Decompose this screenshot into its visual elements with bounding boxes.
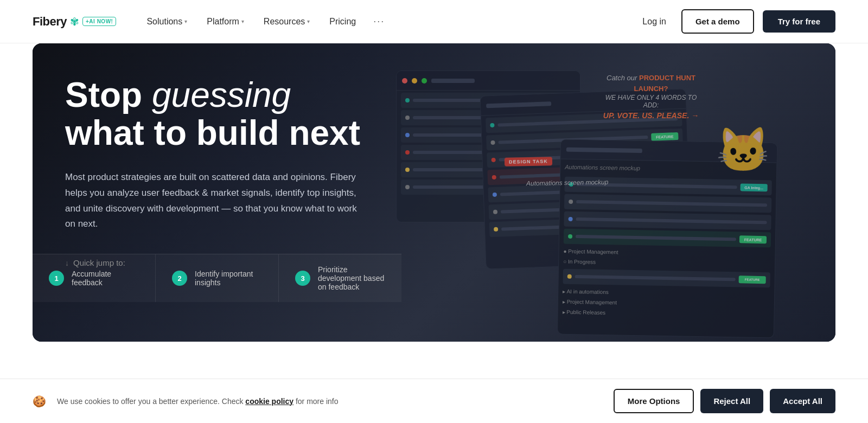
chevron-down-icon: ▾ xyxy=(184,18,187,24)
card-label-3: Prioritize development based on feedback xyxy=(318,265,385,291)
navbar: Fibery ✾ +AI NOW! Solutions ▾ Platform ▾… xyxy=(0,0,868,43)
logo-text: Fibery xyxy=(33,15,67,29)
nav-item-solutions[interactable]: Solutions ▾ xyxy=(138,12,196,31)
hero-title: Stop guessing what to build next xyxy=(65,76,369,152)
hero-content: Stop guessing what to build next Most pr… xyxy=(33,43,401,302)
logo[interactable]: Fibery ✾ +AI NOW! xyxy=(33,15,116,29)
login-link[interactable]: Log in xyxy=(636,12,673,31)
card-accumulate[interactable]: 1 Accumulate feedback xyxy=(33,254,156,302)
bottom-cards: 1 Accumulate feedback 2 Identify importa… xyxy=(33,254,401,302)
product-hunt-banner: Catch our PRODUCT HUNT LAUNCH? WE HAVE O… xyxy=(597,73,705,120)
nav-item-resources[interactable]: Resources ▾ xyxy=(255,12,318,31)
card-num-3: 3 xyxy=(295,271,310,286)
ai-badge: +AI NOW! xyxy=(82,17,116,26)
automation-label: Automations screen mockup xyxy=(526,178,609,188)
hero-panels: Q4 2024 FEATURE Automations screen mocku… xyxy=(396,60,803,342)
card-num-2: 2 xyxy=(172,271,187,286)
nav-item-platform[interactable]: Platform ▾ xyxy=(198,12,253,31)
nav-right: Log in Get a demo Try for free xyxy=(636,9,835,34)
cat-decoration: 🐱 xyxy=(716,125,770,176)
more-options-icon[interactable]: ··· xyxy=(367,11,391,31)
try-free-button[interactable]: Try for free xyxy=(763,10,835,33)
logo-icon: ✾ xyxy=(70,15,79,28)
get-demo-button[interactable]: Get a demo xyxy=(681,9,754,34)
nav-links: Solutions ▾ Platform ▾ Resources ▾ Prici… xyxy=(138,11,636,31)
chevron-down-icon: ▾ xyxy=(241,18,244,24)
chevron-down-icon: ▾ xyxy=(307,18,310,24)
card-insights[interactable]: 2 Identify important insights xyxy=(156,254,279,302)
card-num-1: 1 xyxy=(49,271,64,286)
card-label-1: Accumulate feedback xyxy=(72,270,139,287)
hero-section: Q4 2024 FEATURE Automations screen mocku… xyxy=(33,43,835,342)
design-task-badge: DESIGN TASK xyxy=(505,157,552,166)
card-prioritize[interactable]: 3 Prioritize development based on feedba… xyxy=(279,254,401,302)
hero-description: Most product strategies are built on sca… xyxy=(65,170,369,233)
card-label-2: Identify important insights xyxy=(195,270,262,287)
nav-item-pricing[interactable]: Pricing xyxy=(321,12,365,31)
